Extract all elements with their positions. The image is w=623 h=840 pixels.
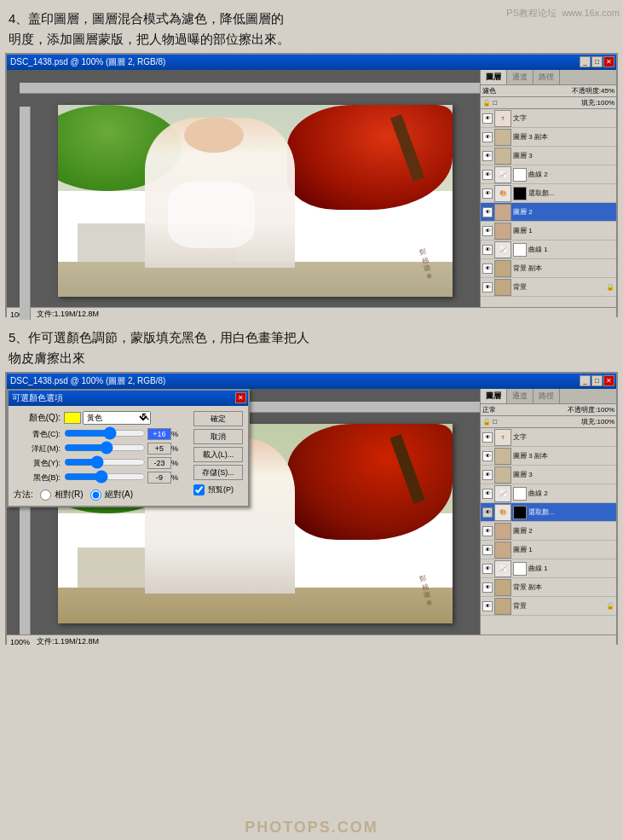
layer-thumb-selcolor-2: 🎨 [494, 504, 511, 521]
layer-eye-bg-2[interactable]: 👁 [482, 601, 493, 611]
layer-thumb-curve1-2: 📈 [494, 560, 511, 577]
layer-eye-curve1-2[interactable]: 👁 [482, 564, 493, 574]
watermark-top: PS教程论坛 www.16x.com [506, 7, 620, 20]
layer-name-text-1: 文字 [513, 113, 614, 123]
tab-channels-2[interactable]: 通道 [507, 389, 534, 403]
layer-item-2-1[interactable]: 👁 圖層 2 [481, 203, 616, 222]
layer-item-bgcopy-2[interactable]: 👁 背景 副本 [481, 578, 616, 597]
layer-name-3-2: 圖層 3 [513, 470, 614, 479]
method-absolute-label[interactable]: 絕對(A) [90, 489, 133, 501]
tab-paths-1[interactable]: 路徑 [534, 70, 560, 84]
layer-eye-curve1-1[interactable]: 👁 [482, 245, 493, 255]
layer-item-selcolor-2[interactable]: 👁 🎨 選取顏... [481, 503, 616, 522]
layer-item-bg-2[interactable]: 👁 背景 🔒 [481, 597, 616, 616]
layer-name-1-1: 圖層 1 [513, 226, 614, 235]
layer-item-1-1[interactable]: 👁 圖層 1 [481, 222, 616, 240]
yellow-pct: % [171, 459, 182, 467]
layer-eye-3-2[interactable]: 👁 [482, 470, 493, 480]
layer-item-3copy-1[interactable]: 👁 圖層 3 副本 [481, 128, 616, 147]
layer-eye-curve2-1[interactable]: 👁 [482, 170, 493, 180]
layer-eye-3-1[interactable]: 👁 [482, 151, 493, 161]
layer-item-bgcopy-1[interactable]: 👁 背景 副本 [481, 259, 616, 278]
yellow-label: 黃色(Y): [14, 458, 61, 469]
tutorial-text-2: 5、作可選顏色調節，蒙版填充黑色，用白色畫筆把人 物皮膚擦出來 [0, 322, 623, 372]
preview-checkbox[interactable] [193, 484, 205, 495]
layer-eye-curve2-2[interactable]: 👁 [482, 489, 493, 499]
layer-eye-2-1[interactable]: 👁 [482, 207, 493, 217]
layer-item-1-2[interactable]: 👁 圖層 1 [481, 541, 616, 559]
method-absolute-text: 絕對(A) [105, 489, 133, 501]
layer-name-bgcopy-1: 背景 副本 [513, 264, 614, 273]
layer-eye-bg-1[interactable]: 👁 [482, 282, 493, 293]
layer-name-selcolor-1: 選取顏... [528, 188, 614, 198]
layer-item-text-2[interactable]: 👁 T 文字 [481, 428, 616, 447]
minimize-button-1[interactable]: _ [580, 56, 591, 67]
layer-mask-curve1-1 [513, 243, 527, 257]
layer-eye-2-2[interactable]: 👁 [482, 526, 493, 536]
layer-eye-1-1[interactable]: 👁 [482, 226, 493, 236]
layer-item-3-2[interactable]: 👁 圖層 3 [481, 466, 616, 484]
layer-item-3copy-2[interactable]: 👁 圖層 3 副本 [481, 447, 616, 466]
layers-panel-1: 圖層 通道 路徑 濾色 不透明度: 45% 🔒 □ 填充: 100% [480, 70, 616, 307]
ok-button[interactable]: 確定 [193, 411, 243, 426]
layer-thumb-curve1-1: 📈 [494, 241, 511, 258]
layer-eye-selcolor-1[interactable]: 👁 [482, 188, 493, 199]
layer-eye-1-2[interactable]: 👁 [482, 545, 493, 555]
ps-title-2: DSC_1438.psd @ 100% (圖層 2, RGB/8) [10, 375, 165, 387]
layer-name-3copy-2: 圖層 3 副本 [513, 451, 614, 461]
cancel-button[interactable]: 取消 [193, 429, 243, 444]
method-relative-radio[interactable] [40, 490, 51, 501]
method-absolute-radio[interactable] [90, 490, 101, 501]
cyan-slider[interactable] [64, 429, 146, 437]
layer-item-curve1-2[interactable]: 👁 📈 曲線 1 [481, 559, 616, 578]
layer-item-text-1[interactable]: 👁 T 文字 [481, 109, 616, 128]
layer-name-3copy-1: 圖層 3 副本 [513, 132, 614, 142]
layer-eye-text-2[interactable]: 👁 [482, 432, 493, 443]
blend-mode-row-1: 濾色 不透明度: 45% [481, 85, 616, 97]
layers-list-1: 👁 T 文字 👁 圖層 3 副本 👁 圖層 3 [481, 109, 616, 297]
layer-item-curve1-1[interactable]: 👁 📈 曲線 1 [481, 240, 616, 259]
layer-item-selcolor-1[interactable]: 👁 🎨 選取顏... [481, 184, 616, 203]
magenta-slider[interactable] [64, 443, 146, 452]
layer-thumb-2-1 [494, 204, 511, 221]
fill-label-2: 填充: [581, 417, 597, 426]
layer-name-2-1: 圖層 2 [513, 207, 614, 217]
tab-layers-1[interactable]: 圖層 [481, 70, 507, 84]
layer-item-3-1[interactable]: 👁 圖層 3 [481, 147, 616, 165]
layer-eye-selcolor-2[interactable]: 👁 [482, 507, 493, 518]
minimize-button-2[interactable]: _ [580, 375, 591, 386]
save-button[interactable]: 存儲(S)... [193, 465, 243, 480]
tab-layers-2[interactable]: 圖層 [481, 389, 507, 403]
layer-thumb-3-2 [494, 466, 511, 484]
close-button-1[interactable]: ✕ [603, 56, 614, 67]
step5-text-line1: 5、作可選顏色調節，蒙版填充黑色，用白色畫筆把人 [9, 330, 309, 345]
method-relative-text: 相對(R) [55, 489, 84, 501]
maximize-button-1[interactable]: □ [591, 56, 603, 67]
layer-mask-curve1-2 [513, 562, 527, 576]
method-relative-label[interactable]: 相對(R) [40, 489, 84, 501]
bg-lock-1: 🔒 [606, 283, 614, 291]
tab-paths-2[interactable]: 路徑 [534, 389, 560, 403]
maximize-button-2[interactable]: □ [591, 375, 603, 386]
layer-eye-text-1[interactable]: 👁 [482, 113, 493, 124]
yellow-slider[interactable] [64, 458, 146, 466]
layer-eye-bgcopy-1[interactable]: 👁 [482, 264, 493, 274]
layer-item-2-2[interactable]: 👁 圖層 2 [481, 522, 616, 541]
layer-eye-3copy-2[interactable]: 👁 [482, 451, 493, 461]
tab-channels-1[interactable]: 通道 [507, 70, 534, 84]
layer-eye-3copy-1[interactable]: 👁 [482, 132, 493, 142]
dialog-close-button[interactable]: ✕ [235, 392, 246, 403]
load-button[interactable]: 載入(L)... [193, 447, 243, 462]
layer-item-bg-1[interactable]: 👁 背景 🔒 [481, 278, 616, 297]
layer-item-curve2-1[interactable]: 👁 📈 曲線 2 [481, 165, 616, 184]
layer-eye-bgcopy-2[interactable]: 👁 [482, 582, 493, 593]
layer-item-curve2-2[interactable]: 👁 📈 曲線 2 [481, 484, 616, 503]
blend-mode-val-2: 正常 [482, 405, 496, 414]
dialog-buttons: 確定 取消 載入(L)... 存儲(S)... 預覧(P) [193, 411, 243, 501]
black-slider[interactable] [64, 472, 146, 481]
photo-canvas-1[interactable]: 鄭楠璐⊕ [31, 94, 480, 307]
layer-mask-selcolor-1 [513, 187, 527, 200]
magenta-value: +5 [147, 443, 171, 455]
file-size-1: 文件:1.19M/12.8M [37, 309, 99, 320]
close-button-2[interactable]: ✕ [603, 375, 614, 386]
